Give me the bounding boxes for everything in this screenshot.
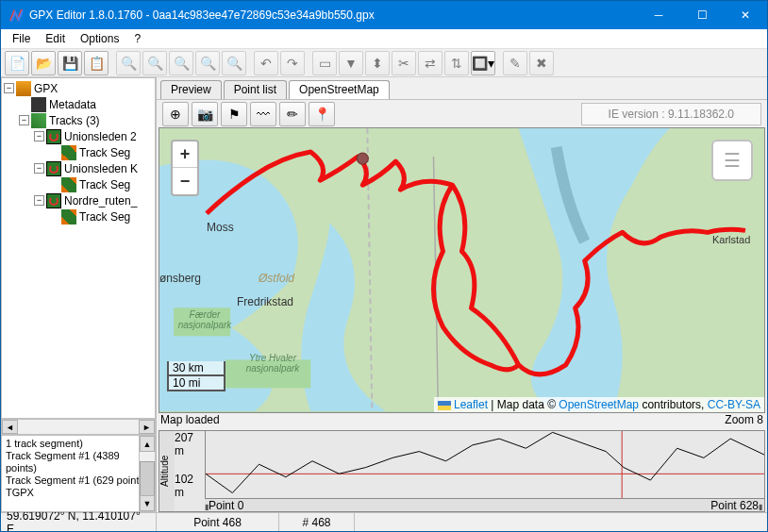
zoom-button-4[interactable]: 🔍 <box>195 51 220 75</box>
tree-track-1[interactable]: −Unionsleden 2 <box>4 128 153 144</box>
tree-root[interactable]: −GPX <box>4 80 153 96</box>
tracks-icon <box>31 113 46 128</box>
tool-button-1[interactable]: ▭ <box>312 51 337 75</box>
flag-button[interactable]: ⚑ <box>221 102 247 126</box>
ukraine-flag-icon <box>438 401 451 410</box>
segment-icon <box>61 209 76 224</box>
titlebar: GPX Editor 1.8.0.1760 - 0aa14c983ee47e72… <box>1 1 767 29</box>
toggle-icon[interactable]: − <box>19 115 29 125</box>
tab-pointlist[interactable]: Point list <box>224 80 287 99</box>
scroll-up-icon[interactable]: ▲ <box>140 436 155 452</box>
map-statusbar: Map loaded Zoom 8 <box>157 413 767 428</box>
log-line: 1 track segment) <box>6 438 151 450</box>
target-button[interactable]: ⊕ <box>162 102 189 126</box>
tool-button-2[interactable]: ⬍ <box>365 51 390 75</box>
zoom-button-1[interactable]: 🔍 <box>116 51 141 75</box>
scroll-right-icon[interactable]: ► <box>139 420 155 434</box>
tool-button-4[interactable]: ⇄ <box>418 51 442 75</box>
menu-edit[interactable]: Edit <box>38 30 73 47</box>
zoom-button-3[interactable]: 🔍 <box>169 51 193 75</box>
draw-button[interactable]: ✏ <box>279 102 306 126</box>
segment-icon <box>61 145 76 160</box>
filter-button[interactable]: ▼ <box>339 51 363 75</box>
menu-options[interactable]: Options <box>73 30 126 47</box>
undo-button[interactable]: ↶ <box>254 51 278 75</box>
tab-openstreetmap[interactable]: OpenStreetMap <box>289 80 390 99</box>
tree-segment[interactable]: Track Seg <box>4 144 153 160</box>
saveas-button[interactable]: 📋 <box>84 51 109 75</box>
tool-button-6[interactable]: 🔲▾ <box>471 51 495 75</box>
open-button[interactable]: 📂 <box>31 51 56 75</box>
toggle-icon[interactable]: − <box>4 83 14 93</box>
scale-bar: 30 km 10 mi <box>167 361 225 391</box>
log-vscroll[interactable]: ▲▼ <box>139 436 155 511</box>
window-title: GPX Editor 1.8.0.1760 - 0aa14c983ee47e72… <box>29 8 637 22</box>
log-panel: 1 track segment) Track Segment #1 (4389 … <box>1 435 156 512</box>
map-toolbar: ⊕ 📷 ⚑ 〰 ✏ 📍 IE version : 9.11.18362.0 <box>157 99 767 127</box>
zoom-button-5[interactable]: 🔍 <box>222 51 246 75</box>
app-icon <box>8 8 24 23</box>
menu-help[interactable]: ? <box>126 30 148 47</box>
camera-button[interactable]: 📷 <box>192 102 218 126</box>
tree-metadata[interactable]: Metadata <box>4 96 153 112</box>
toggle-icon[interactable]: − <box>34 131 44 141</box>
menu-file[interactable]: File <box>5 30 38 47</box>
log-line: Track Segment #1 (4389 points) <box>6 450 151 474</box>
statusbar: 59.619072° N, 11.410107° E Point 468 # 4… <box>1 512 767 532</box>
gpx-icon <box>16 81 31 96</box>
left-pane: −GPX Metadata −Tracks (3) −Unionsleden 2… <box>1 77 157 512</box>
tree-hscroll[interactable]: ◄► <box>1 419 156 435</box>
place-label: Færder nasjonalpark <box>176 309 233 330</box>
scroll-down-icon[interactable]: ▼ <box>140 495 155 511</box>
tool-button-5[interactable]: ⇅ <box>444 51 469 75</box>
tab-bar: Preview Point list OpenStreetMap <box>157 77 767 99</box>
track-icon <box>46 161 61 176</box>
redo-button[interactable]: ↷ <box>280 51 305 75</box>
maximize-button[interactable]: ☐ <box>680 1 724 29</box>
elevation-panel[interactable]: Altitude 207 m 102 m Point 0Point 628 <box>159 430 765 512</box>
tree-segment[interactable]: Track Seg <box>4 176 153 192</box>
save-button[interactable]: 💾 <box>58 51 82 75</box>
layers-button[interactable]: ☰ <box>711 140 753 181</box>
tree-track-3[interactable]: −Nordre_ruten_ <box>4 192 153 208</box>
tree-tracks[interactable]: −Tracks (3) <box>4 112 153 128</box>
scroll-thumb[interactable] <box>140 461 155 499</box>
place-label: Karlstad <box>712 234 750 245</box>
leaflet-link[interactable]: Leaflet <box>454 398 488 411</box>
log-line: TGPX <box>6 487 151 499</box>
tool-button-7[interactable]: ✎ <box>503 51 527 75</box>
new-button[interactable]: 📄 <box>5 51 29 75</box>
tab-preview[interactable]: Preview <box>160 80 222 99</box>
route-button[interactable]: 〰 <box>250 102 276 126</box>
main-toolbar: 📄 📂 💾 📋 🔍 🔍 🔍 🔍 🔍 ↶ ↷ ▭ ▼ ⬍ ✂ ⇄ ⇅ 🔲▾ ✎ ✖ <box>1 49 767 77</box>
minimize-button[interactable]: ─ <box>637 1 680 29</box>
toggle-icon[interactable]: − <box>34 195 44 206</box>
tool-button-8[interactable]: ✖ <box>529 51 554 75</box>
scroll-left-icon[interactable]: ◄ <box>2 420 18 434</box>
map-attribution: Leaflet | Map data © OpenStreetMap contr… <box>434 397 764 412</box>
menubar: File Edit Options ? <box>1 29 767 49</box>
zoom-out-button[interactable]: − <box>173 168 197 194</box>
zoom-in-button[interactable]: + <box>173 141 197 168</box>
license-link[interactable]: CC-BY-SA <box>708 398 760 411</box>
tool-button-3[interactable]: ✂ <box>392 51 416 75</box>
close-button[interactable]: ✕ <box>724 1 767 29</box>
metadata-icon <box>31 97 46 112</box>
status-coords: 59.619072° N, 11.410107° E <box>1 513 157 532</box>
track-icon <box>46 193 61 208</box>
elevation-chart[interactable] <box>205 431 764 499</box>
ie-version-label: IE version : 9.11.18362.0 <box>581 103 761 125</box>
zoom-button-2[interactable]: 🔍 <box>142 51 167 75</box>
elevation-xaxis: Point 0Point 628 <box>205 499 764 511</box>
tree-view[interactable]: −GPX Metadata −Tracks (3) −Unionsleden 2… <box>1 77 156 419</box>
map-view[interactable]: Moss Østfold Fredrikstad ønsberg Karlsta… <box>159 127 765 413</box>
svg-point-3 <box>357 153 368 164</box>
segment-icon <box>61 177 76 192</box>
tree-track-2[interactable]: −Unionsleden K <box>4 160 153 176</box>
elevation-ylabel: Altitude <box>159 431 175 511</box>
osm-link[interactable]: OpenStreetMap <box>559 398 639 411</box>
toggle-icon[interactable]: − <box>34 163 44 174</box>
marker-button[interactable]: 📍 <box>309 102 335 126</box>
tree-segment[interactable]: Track Seg <box>4 208 153 224</box>
map-status-zoom: Zoom 8 <box>725 413 763 428</box>
